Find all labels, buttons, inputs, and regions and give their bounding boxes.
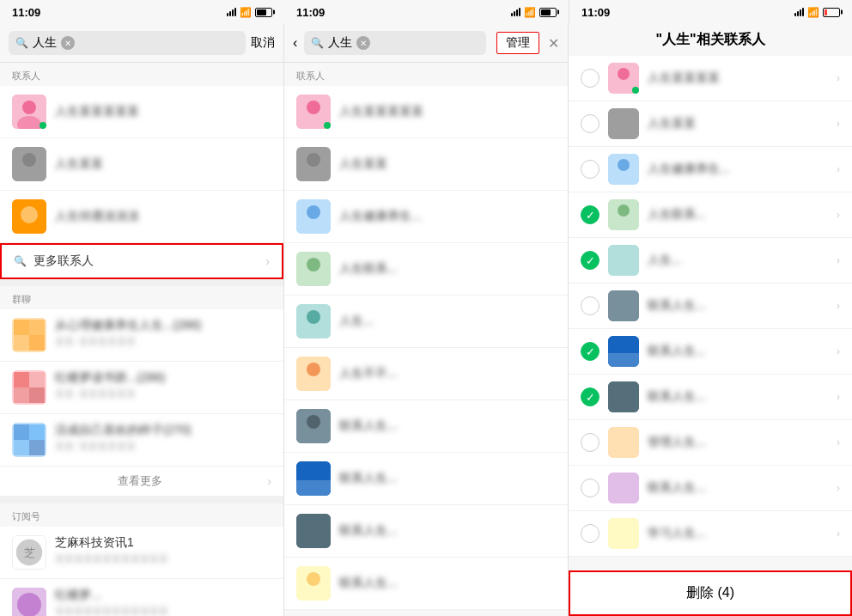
search-value-2: 人生 [328,35,352,51]
p3-avatar-7 [608,336,639,367]
battery-1 [255,8,272,17]
check-item[interactable]: ✓ 人生... › [569,238,852,284]
p3-contact-name-9: 管理人生... [648,435,828,450]
p3-contact-name-7: 联系人生... [648,344,828,359]
svg-point-45 [307,572,320,586]
cancel-button-1[interactable]: 取消 [251,35,275,51]
more-contacts-row[interactable]: 🔍 更多联系人 › [0,243,283,279]
p3-avatar-5 [608,245,639,276]
sub-name-2: 红楼梦... [55,588,271,603]
check-item[interactable]: 人生某某 › [569,101,852,147]
svg-rect-56 [608,353,639,367]
contact-item[interactable]: 人生某某 [284,138,568,191]
svg-rect-60 [608,518,639,549]
p2-contact-name-5: 人生... [339,314,556,329]
contact-item[interactable]: 人生... [284,296,568,348]
icons-2: 📶 [511,7,557,18]
checkbox-2[interactable] [581,114,599,133]
checkbox-10[interactable] [581,479,599,497]
delete-bar[interactable]: 删除 (4) [569,570,852,616]
p3-contact-name-3: 人生健康养生... [648,162,828,177]
checkbox-1[interactable] [581,69,599,88]
contact-name-1: 人生某某某某某 [55,104,271,119]
checkbox-8[interactable]: ✓ [581,387,599,406]
search-input-wrap-1[interactable]: 🔍 人生 ✕ [9,31,246,55]
contact-item[interactable]: 联系人生... [284,400,568,453]
close-button[interactable]: ✕ [548,35,559,52]
contact-item[interactable]: 人生某某 [0,138,283,191]
contact-item[interactable]: 联系人生... [284,453,568,505]
item-arrow-1: › [837,72,840,84]
check-item[interactable]: 联系人生... › [569,284,852,329]
svg-rect-8 [14,320,29,335]
checkbox-9[interactable] [581,433,599,452]
p3-contact-info-7: 联系人生... [648,344,828,359]
p3-contact-name-11: 学习人生... [648,526,828,541]
see-more-row[interactable]: 查看更多 › [0,467,283,497]
delete-label: 删除 (4) [686,584,734,602]
chat-avatar-2 [12,370,46,405]
contact-item[interactable]: 人生联系... [284,243,568,296]
clear-button-2[interactable]: ✕ [356,36,370,50]
check-item[interactable]: ✓ 人生联系... › [569,192,852,238]
contact-item[interactable]: 人生某某某某某 [0,86,283,138]
search-icon-1: 🔍 [15,37,28,49]
battery-3 [823,8,840,17]
sub-info-1: 芝麻科技资讯1 某某某某某某某某某某某某 [55,535,271,565]
more-contacts-label: 更多联系人 [33,253,259,269]
contact-item[interactable]: 人生健康养生... [284,191,568,243]
back-button-2[interactable]: ‹ [293,35,297,51]
svg-point-28 [307,101,320,114]
contact-item[interactable]: 人生不不... [284,348,568,400]
check-item[interactable]: 联系人生... › [569,466,852,511]
panel2-actions: 管理 ✕ [496,32,559,54]
checkbox-4[interactable]: ✓ [581,205,599,224]
manage-button[interactable]: 管理 [496,32,539,54]
contacts-section-header-2: 联系人 [284,63,568,86]
contact-item[interactable]: 联系人生... [284,505,568,558]
checkbox-6[interactable] [581,296,599,315]
check-item[interactable]: ✓ 联系人生... › [569,375,852,420]
chat-item[interactable]: 从心理健康养生人生...(286) 某某: 某某某某某某 [0,309,283,362]
checkbox-7[interactable]: ✓ [581,342,599,361]
svg-rect-48 [608,108,639,139]
subscription-item[interactable]: 芝 芝麻科技资讯1 某某某某某某某某某某某某 [0,527,283,579]
check-item[interactable]: 人生某某某某 › [569,56,852,101]
online-dot-p2-1 [324,122,331,129]
divider-1 [0,279,283,286]
check-item[interactable]: 人生健康养生... › [569,147,852,192]
item-arrow-3: › [837,163,840,175]
svg-rect-21 [29,440,45,455]
svg-point-50 [618,159,630,171]
svg-rect-11 [29,335,45,351]
svg-text:芝: 芝 [24,546,35,559]
more-arrow-icon: › [265,254,270,268]
check-item[interactable]: 管理人生... › [569,420,852,466]
svg-rect-10 [14,335,29,351]
search-bar-2: ‹ 🔍 人生 ✕ 管理 ✕ [284,24,568,63]
chat-item[interactable]: 活成自己喜欢的样子(270) 某某: 某某某某某某 [0,414,283,467]
check-item[interactable]: 学习人生... › [569,511,852,557]
checkbox-11[interactable] [581,524,599,543]
chat-name-3: 活成自己喜欢的样子(270) [55,423,271,438]
svg-rect-43 [296,514,331,548]
p3-contact-info-5: 人生... [648,253,828,268]
clear-button-1[interactable]: ✕ [61,36,75,50]
contact-item[interactable]: 人生某某某某某 [284,86,568,138]
checkbox-5[interactable]: ✓ [581,251,599,270]
subscription-item[interactable]: 红楼梦... 某某某某某某某某某某某某 [0,579,283,616]
svg-rect-13 [14,372,29,387]
contact-item[interactable]: 联系人生... [284,558,568,610]
search-input-wrap-2[interactable]: 🔍 人生 ✕ [304,31,486,55]
p3-avatar-wrap-1 [608,63,639,94]
check-item[interactable]: ✓ 联系人生... › [569,329,852,375]
p3-avatar-3 [608,154,639,185]
contact-name-3: 人生待遇淡淡淡 [55,209,271,224]
contact-item[interactable]: 人生待遇淡淡淡 [0,191,283,243]
avatar-2 [12,147,46,181]
p2-avatar-7 [296,409,331,443]
chat-item[interactable]: 红楼梦读书群...(286) 某某: 某某某某某某 [0,362,283,414]
chat-sub-1: 某某: 某某某某某某 [55,335,271,348]
svg-rect-54 [608,290,639,321]
checkbox-3[interactable] [581,160,599,179]
